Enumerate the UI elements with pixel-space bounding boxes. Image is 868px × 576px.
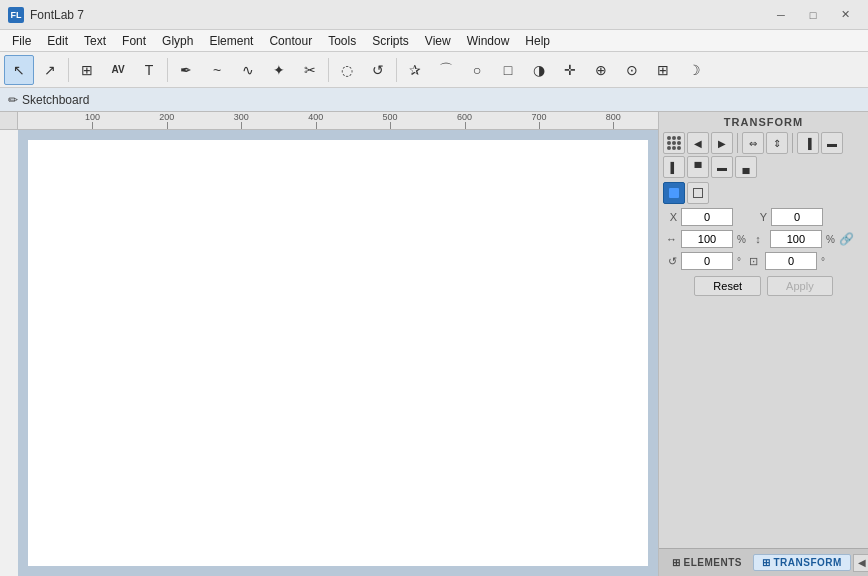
panel-mode-toolbar	[663, 182, 864, 204]
width-input[interactable]	[681, 230, 733, 248]
align-center-v-btn[interactable]: ▬	[711, 156, 733, 178]
flip-v-btn[interactable]: ⇕	[766, 132, 788, 154]
grid-dots-btn[interactable]	[663, 132, 685, 154]
mode-blue-btn[interactable]	[663, 182, 685, 204]
canvas-area[interactable]	[18, 130, 658, 576]
arrow-left-btn[interactable]: ◀	[687, 132, 709, 154]
menu-item-glyph[interactable]: Glyph	[154, 30, 201, 52]
toolbar-sep-4	[167, 58, 168, 82]
sketchboard-tab[interactable]: ✏ Sketchboard	[8, 93, 89, 107]
skew-input[interactable]	[765, 252, 817, 270]
menu-item-view[interactable]: View	[417, 30, 459, 52]
mode-square-btn[interactable]	[687, 182, 709, 204]
text-tool[interactable]: T	[134, 55, 164, 85]
height-input[interactable]	[770, 230, 822, 248]
menu-item-text[interactable]: Text	[76, 30, 114, 52]
transform-tab[interactable]: ⊞ TRANSFORM	[753, 554, 851, 571]
menu-item-element[interactable]: Element	[201, 30, 261, 52]
zoom-tool[interactable]: ⊕	[586, 55, 616, 85]
menu-item-window[interactable]: Window	[459, 30, 518, 52]
transform-title: TRANSFORM	[663, 116, 864, 128]
title-bar-left: FL FontLab 7	[8, 7, 84, 23]
right-panel: TRANSFORM ◀ ▶ ⇔ ⇕ ▐ ▬	[658, 112, 868, 576]
ruler-top: 100200300400500600700800	[18, 112, 658, 130]
apply-button[interactable]: Apply	[767, 276, 833, 296]
close-button[interactable]: ✕	[830, 5, 860, 25]
title-bar: FL FontLab 7 ─ □ ✕	[0, 0, 868, 30]
spiro-tool[interactable]: ~	[202, 55, 232, 85]
magnet-tool[interactable]: ☽	[679, 55, 709, 85]
transform-tab-icon: ⊞	[762, 557, 771, 568]
rotate-skew-row: ↺ ° ⊡ °	[663, 252, 864, 270]
height-suffix: %	[826, 234, 835, 245]
x-input[interactable]	[681, 208, 733, 226]
menu-item-contour[interactable]: Contour	[261, 30, 320, 52]
width-suffix: %	[737, 234, 746, 245]
select-arrow-tool[interactable]: ↖	[4, 55, 34, 85]
tab-bar: ✏ Sketchboard	[0, 88, 868, 112]
ruler-h-label: 700	[531, 112, 546, 122]
measure-tool[interactable]: ✛	[555, 55, 585, 85]
skew-suffix: °	[821, 256, 825, 267]
menu-item-help[interactable]: Help	[517, 30, 558, 52]
ruler-h-tick	[613, 122, 614, 130]
menu-bar: FileEditTextFontGlyphElementContourTools…	[0, 30, 868, 52]
nodes-tool[interactable]: ⊞	[72, 55, 102, 85]
panel-toolbar-top: ◀ ▶ ⇔ ⇕ ▐ ▬ ▌ ▀ ▬ ▄	[663, 132, 864, 178]
align-bottom-btn[interactable]: ▄	[735, 156, 757, 178]
menu-item-file[interactable]: File	[4, 30, 39, 52]
align-right-btn[interactable]: ▌	[663, 156, 685, 178]
menu-item-edit[interactable]: Edit	[39, 30, 76, 52]
rotate-label: ↺	[663, 255, 677, 268]
transform-tab-label: TRANSFORM	[773, 557, 841, 568]
ruler-h-label: 100	[85, 112, 100, 122]
gauge-tool[interactable]: ◑	[524, 55, 554, 85]
erase-tool[interactable]: ◌	[332, 55, 362, 85]
elements-tab-icon: ⊞	[672, 557, 681, 568]
x-label: X	[663, 211, 677, 223]
rotate-tool[interactable]: ↺	[363, 55, 393, 85]
xy-row: X Y	[663, 208, 864, 226]
rapid-tool[interactable]: ∿	[233, 55, 263, 85]
panel-nav-prev[interactable]: ◀	[853, 554, 868, 572]
elements-tab-label: ELEMENTS	[684, 557, 742, 568]
caligraphic-tool[interactable]: ✦	[264, 55, 294, 85]
wh-row: ↔ % ↕ % 🔗	[663, 230, 864, 248]
minimize-button[interactable]: ─	[766, 5, 796, 25]
ruler-h-label: 500	[383, 112, 398, 122]
panel-tabs-left: ⊞ ELEMENTS ⊞ TRANSFORM	[663, 554, 851, 571]
y-input[interactable]	[771, 208, 823, 226]
toolbar-sep-11	[396, 58, 397, 82]
reset-button[interactable]: Reset	[694, 276, 761, 296]
flip-h-btn[interactable]: ⇔	[742, 132, 764, 154]
kerning-tool[interactable]: AV	[103, 55, 133, 85]
ruler-h-tick	[390, 122, 391, 130]
maximize-button[interactable]: □	[798, 5, 828, 25]
pen-tool[interactable]: ✒	[171, 55, 201, 85]
arrow-right-btn[interactable]: ▶	[711, 132, 733, 154]
select-white-arrow-tool[interactable]: ↗	[35, 55, 65, 85]
align-top-btn[interactable]: ▀	[687, 156, 709, 178]
align-left-btn[interactable]: ▐	[797, 132, 819, 154]
knife-tool[interactable]: ✂	[295, 55, 325, 85]
chord-tool[interactable]: ⌒	[431, 55, 461, 85]
ruler-h-tick	[316, 122, 317, 130]
title-text: FontLab 7	[30, 8, 84, 22]
align-center-h-btn[interactable]: ▬	[821, 132, 843, 154]
rect-tool[interactable]: □	[493, 55, 523, 85]
y-label: Y	[737, 211, 767, 223]
elements-tab[interactable]: ⊞ ELEMENTS	[663, 554, 751, 571]
menu-item-font[interactable]: Font	[114, 30, 154, 52]
menu-item-scripts[interactable]: Scripts	[364, 30, 417, 52]
menu-item-tools[interactable]: Tools	[320, 30, 364, 52]
lock-icon[interactable]: 🔗	[839, 232, 854, 246]
transform-panel: TRANSFORM ◀ ▶ ⇔ ⇕ ▐ ▬	[659, 112, 868, 548]
ellipse-tool[interactable]: ○	[462, 55, 492, 85]
grid-tool[interactable]: ⊞	[648, 55, 678, 85]
rotate-input[interactable]	[681, 252, 733, 270]
star-tool[interactable]: ✰	[400, 55, 430, 85]
rotate-suffix: °	[737, 256, 741, 267]
pan-tool[interactable]: ⊙	[617, 55, 647, 85]
ruler-h-tick	[167, 122, 168, 130]
ruler-corner	[0, 112, 18, 130]
